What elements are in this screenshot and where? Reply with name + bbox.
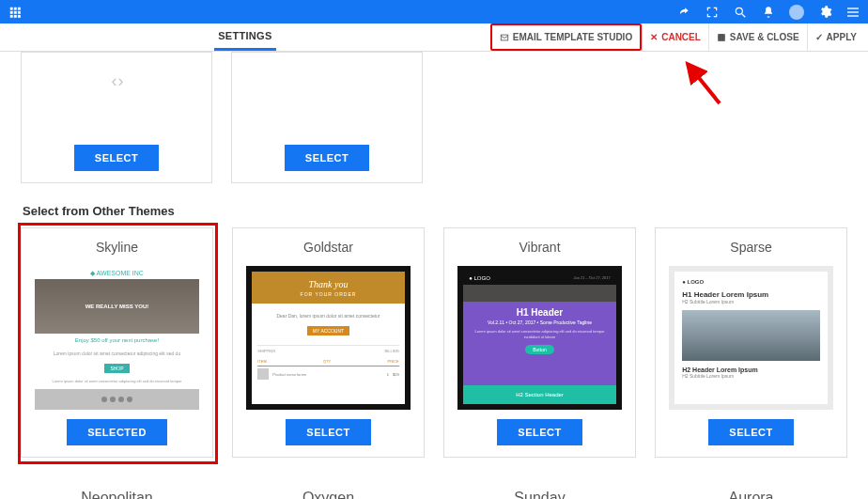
gear-icon[interactable]: [817, 5, 832, 20]
search-icon[interactable]: [733, 5, 748, 20]
svg-rect-7: [14, 14, 17, 17]
apply-button[interactable]: ✓ APPLY: [807, 23, 864, 51]
section-heading: Select from Other Themes: [23, 204, 847, 218]
theme-title: Oxygen: [232, 476, 425, 499]
save-close-label: SAVE & CLOSE: [730, 32, 799, 42]
bell-icon[interactable]: [761, 5, 776, 20]
theme-card-aurora: Aurora: [655, 476, 847, 499]
svg-line-10: [742, 13, 746, 17]
theme-card-neopolitan: Neopolitan: [21, 476, 213, 499]
save-close-button[interactable]: SAVE & CLOSE: [708, 23, 807, 51]
actionbar: SETTINGS EMAIL TEMPLATE STUDIO ✕ CANCEL …: [0, 23, 868, 52]
svg-rect-1: [14, 7, 17, 9]
theme-card-vibrant: Vibrant ● LOGOJan 21 – Oct 27, 2017 H1 H…: [443, 227, 636, 458]
select-button[interactable]: SELECT: [286, 419, 370, 445]
email-template-studio-label: EMAIL TEMPLATE STUDIO: [513, 32, 632, 42]
share-icon[interactable]: [676, 5, 691, 20]
svg-rect-6: [10, 14, 13, 17]
apply-label: APPLY: [827, 32, 857, 42]
select-button[interactable]: SELECT: [497, 419, 581, 445]
menu-icon[interactable]: [845, 5, 860, 20]
svg-rect-11: [847, 8, 859, 8]
theme-preview: Thank youFOR YOUR ORDER Dear Dan, lorem …: [246, 266, 411, 410]
select-button[interactable]: SELECT: [708, 419, 793, 445]
apps-icon[interactable]: [8, 5, 23, 20]
carousel-arrows-icon[interactable]: ‹ ›: [112, 71, 122, 91]
theme-card-sunday: Sunday: [443, 476, 636, 499]
blank-template-card-1: ‹ › SELECT: [21, 52, 212, 183]
theme-card-oxygen: Oxygen: [232, 476, 425, 499]
svg-rect-8: [18, 14, 21, 17]
theme-title: Aurora: [655, 476, 847, 499]
theme-title: Sparse: [730, 228, 771, 266]
selected-button[interactable]: SELECTED: [67, 419, 167, 445]
content-area: ‹ › SELECT SELECT Select from Other Them…: [0, 52, 868, 499]
theme-card-skyline: Skyline ◆ AWESOME INC WE REALLY MISS YOU…: [21, 227, 213, 458]
svg-rect-5: [18, 10, 21, 13]
theme-card-sparse: Sparse ● LOGO H1 Header Lorem Ipsum H2 S…: [655, 227, 847, 458]
theme-preview: ◆ AWESOME INC WE REALLY MISS YOU! Enjoy …: [35, 266, 199, 410]
avatar[interactable]: [789, 5, 804, 20]
svg-rect-3: [10, 10, 13, 13]
theme-title: Sunday: [443, 476, 636, 499]
select-button[interactable]: SELECT: [285, 145, 369, 171]
topbar: [0, 0, 868, 23]
theme-title: Neopolitan: [21, 476, 213, 499]
svg-rect-4: [14, 10, 17, 13]
svg-point-9: [736, 8, 742, 14]
tab-settings[interactable]: SETTINGS: [214, 23, 275, 51]
email-template-studio-button[interactable]: EMAIL TEMPLATE STUDIO: [490, 23, 642, 51]
theme-title: Goldstar: [303, 228, 353, 266]
theme-title: Skyline: [96, 228, 138, 266]
svg-rect-2: [18, 7, 21, 9]
svg-rect-16: [720, 34, 722, 36]
svg-rect-13: [847, 15, 859, 16]
theme-preview: ● LOGOJan 21 – Oct 27, 2017 H1 Header Vo…: [457, 266, 622, 410]
theme-card-goldstar: Goldstar Thank youFOR YOUR ORDER Dear Da…: [232, 227, 425, 458]
svg-rect-0: [10, 7, 13, 9]
select-button[interactable]: SELECT: [74, 145, 159, 171]
fullscreen-icon[interactable]: [705, 5, 720, 20]
svg-rect-12: [847, 11, 859, 12]
theme-preview: ● LOGO H1 Header Lorem Ipsum H2 Subtitle…: [669, 266, 833, 410]
blank-template-card-2: SELECT: [231, 52, 423, 183]
cancel-button[interactable]: ✕ CANCEL: [642, 23, 708, 51]
theme-title: Vibrant: [519, 228, 560, 266]
cancel-label: CANCEL: [661, 32, 701, 42]
